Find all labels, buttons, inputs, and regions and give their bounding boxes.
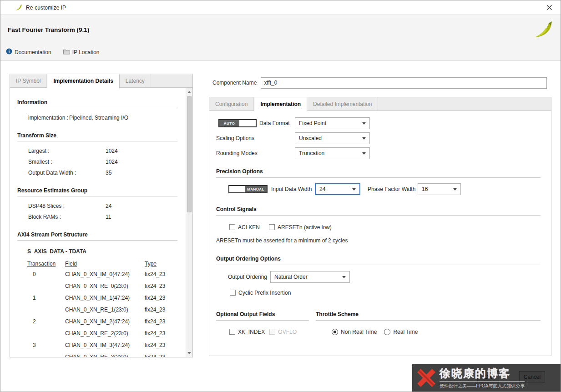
tdata-table: Transaction Field Type 0 CHAN_0_XN_IM_0(… <box>17 259 177 357</box>
watermark: 徐晓康的博客 硬件设计之美——FPGA与嵌入式知识分享 <box>412 364 561 392</box>
chevron-down-icon <box>453 188 457 191</box>
control-signals-row: ACLKEN ARESETn (active low) <box>229 223 541 231</box>
table-row: 2 CHAN_0_XN_IM_2(47:24) fix24_23 <box>27 316 177 327</box>
row-output-data-width: Output Data Width : 35 <box>17 169 177 176</box>
info-row-implementation: implementation : Pipelined, Streaming I/… <box>17 114 177 121</box>
scaling-options-label: Scaling Options <box>216 135 254 141</box>
data-format-select[interactable]: Fixed Point <box>295 117 370 129</box>
left-scrollbar[interactable] <box>186 88 192 357</box>
auto-toggle-label: AUTO <box>219 120 239 126</box>
cell-field: CHAN_0_XN_RE_0(23:0) <box>65 280 145 292</box>
watermark-subtitle: 硬件设计之美——FPGA与嵌入式知识分享 <box>440 381 525 389</box>
chevron-down-icon <box>362 137 366 140</box>
cell-transaction <box>27 280 65 292</box>
xk-index-checkbox[interactable]: XK_INDEX <box>229 328 265 336</box>
aresetn-checkbox[interactable]: ARESETn (active low) <box>269 223 332 231</box>
watermark-x-logo-icon <box>417 368 436 389</box>
s-axis-data-subheading: S_AXIS_DATA - TDATA <box>17 248 177 255</box>
cell-field: CHAN_0_XN_RE_2(23:0) <box>65 327 145 339</box>
output-ordering-label: Output Ordering <box>228 274 270 280</box>
row-value: Pipelined, Streaming I/O <box>69 114 128 121</box>
scroll-up-icon[interactable] <box>186 89 192 95</box>
tdata-table-header: Transaction Field Type <box>27 259 177 268</box>
bottom-controls-row: XK_INDEX OVFLO Non Real Time Real Time <box>216 328 541 336</box>
checkbox-icon <box>269 224 275 230</box>
xk-index-label: XK_INDEX <box>238 329 265 335</box>
scroll-down-icon[interactable] <box>186 350 192 357</box>
row-value: 24 <box>106 202 111 210</box>
cyclic-prefix-checkbox[interactable]: Cyclic Prefix Insertion <box>230 289 541 297</box>
tab-configuration[interactable]: Configuration <box>209 97 254 111</box>
real-time-label: Real Time <box>393 329 418 335</box>
header: Fast Fourier Transform (9.1) Documentati… <box>0 15 561 61</box>
output-ordering-options-heading: Output Ordering Options <box>216 256 541 265</box>
phase-factor-width-select[interactable]: 16 <box>418 183 461 195</box>
cell-type: fix24_23 <box>145 268 177 280</box>
watermark-title: 徐晓康的博客 <box>440 367 525 379</box>
chevron-down-icon <box>342 276 346 278</box>
cell-transaction: 3 <box>27 339 65 351</box>
selected-value: Truncation <box>299 150 324 156</box>
row-smallest: Smallest : 1024 <box>17 158 177 166</box>
rounding-modes-select[interactable]: Truncation <box>295 147 370 159</box>
tab-latency[interactable]: Latency <box>120 74 151 87</box>
ip-title: Fast Fourier Transform (9.1) <box>8 26 89 33</box>
cell-transaction: 1 <box>27 292 65 304</box>
output-ordering-select[interactable]: Natural Order <box>270 271 350 283</box>
tab-implementation-details[interactable]: Implementation Details <box>47 74 119 88</box>
documentation-link[interactable]: Documentation <box>6 48 51 56</box>
manual-toggle[interactable]: MANUAL <box>228 185 268 193</box>
info-icon <box>6 48 12 56</box>
tab-detailed-implementation[interactable]: Detailed Implementation <box>307 97 378 111</box>
row-label: implementation : <box>28 114 69 121</box>
control-signals-heading: Control Signals <box>216 206 541 216</box>
scrollbar-thumb[interactable] <box>187 96 192 212</box>
data-format-row: AUTO Data Format Fixed Point <box>216 117 541 129</box>
manual-toggle-label: MANUAL <box>245 186 267 192</box>
col-transaction: Transaction <box>27 259 65 268</box>
input-data-width-select[interactable]: 24 <box>315 183 360 195</box>
ovflo-checkbox: OVFLO <box>269 328 297 336</box>
cell-transaction: 2 <box>27 316 65 327</box>
real-time-radio[interactable]: Real Time <box>384 329 418 335</box>
chevron-down-icon <box>362 122 366 125</box>
component-name-input[interactable] <box>261 77 547 89</box>
selected-value: Natural Order <box>274 274 308 280</box>
row-label: Smallest : <box>28 158 106 166</box>
precision-options-row: MANUAL Input Data Width 24 Phase Factor … <box>228 183 541 195</box>
implementation-details-content: Information implementation : Pipelined, … <box>10 88 186 357</box>
table-row: CHAN_0_XN_RE_3(23:0) fix24_23 <box>27 351 177 357</box>
cell-type: fix24_23 <box>145 304 177 316</box>
checkbox-icon <box>230 290 236 296</box>
close-icon[interactable] <box>545 3 554 12</box>
selected-value: Unscaled <box>299 135 322 141</box>
cell-field: CHAN_0_XN_IM_1(47:24) <box>65 292 145 304</box>
transform-size-heading: Transform Size <box>17 132 177 141</box>
axi4-stream-heading: AXI4 Stream Port Structure <box>17 231 177 241</box>
auto-toggle[interactable]: AUTO <box>218 119 257 127</box>
left-tabstrip: IP Symbol Implementation Details Latency <box>10 74 192 88</box>
checkbox-icon <box>269 329 275 335</box>
col-field: Field <box>65 259 145 268</box>
table-row: CHAN_0_XN_RE_1(23:0) fix24_23 <box>27 304 177 316</box>
documentation-label: Documentation <box>15 49 51 55</box>
aclken-checkbox[interactable]: ACLKEN <box>229 223 260 231</box>
ip-location-link[interactable]: IP Location <box>63 49 100 56</box>
table-row: CHAN_0_XN_RE_0(23:0) fix24_23 <box>27 280 177 292</box>
tab-implementation[interactable]: Implementation <box>254 97 307 111</box>
col-type: Type <box>145 259 177 268</box>
table-row: 1 CHAN_0_XN_IM_1(47:24) fix24_23 <box>27 292 177 304</box>
folder-icon <box>63 49 70 56</box>
non-real-time-radio[interactable]: Non Real Time <box>332 329 377 335</box>
row-value: 1024 <box>106 147 118 155</box>
row-label: Output Data Width : <box>28 169 106 176</box>
tab-ip-symbol[interactable]: IP Symbol <box>10 74 47 87</box>
checkbox-icon <box>229 329 235 335</box>
row-label: Block RAMs : <box>28 213 106 221</box>
cell-field: CHAN_0_XN_RE_1(23:0) <box>65 304 145 316</box>
optional-output-fields-heading: Optional Output Fields <box>216 311 309 321</box>
selected-value: Fixed Point <box>299 120 326 126</box>
scaling-options-select[interactable]: Unscaled <box>295 132 370 144</box>
xilinx-logo-icon <box>533 20 552 40</box>
information-heading: Information <box>17 99 177 108</box>
